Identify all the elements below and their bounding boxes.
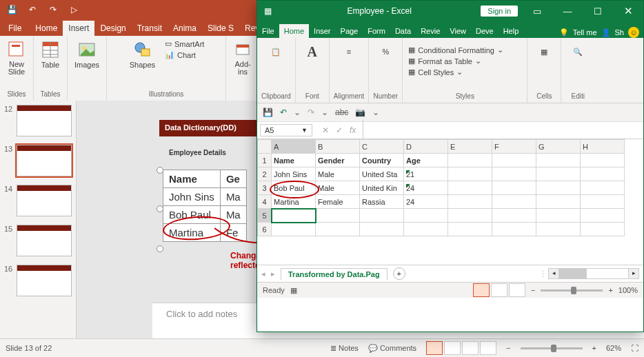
enter-formula-icon[interactable]: ✓	[336, 125, 343, 135]
cell[interactable]: John Sins	[272, 167, 316, 181]
cancel-formula-icon[interactable]: ✕	[322, 125, 329, 135]
slideshow-view-button[interactable]	[480, 341, 496, 355]
smartart-button[interactable]: ▭SmartArt	[163, 39, 205, 49]
cell[interactable]	[404, 223, 448, 236]
column-header[interactable]: C	[360, 140, 404, 154]
qat-customize-icon[interactable]: ⌄	[372, 108, 379, 117]
cell[interactable]	[581, 154, 625, 167]
ribbon-options-button[interactable]: ▭	[522, 1, 552, 21]
row-header[interactable]: 6	[258, 223, 272, 236]
column-header[interactable]: H	[581, 140, 625, 154]
ppt-tab-file[interactable]: File	[0, 21, 30, 36]
ppt-tab-home[interactable]: Home	[30, 21, 63, 36]
clipboard-button[interactable]: 📋	[263, 41, 288, 63]
cell[interactable]: Bob Paul	[272, 181, 316, 195]
excel-tab-revie[interactable]: Revie	[416, 24, 445, 38]
reading-view-button[interactable]	[462, 341, 479, 355]
sheet-tab[interactable]: Transformed by Data.Pag	[281, 268, 388, 280]
fit-button[interactable]: ⛶	[631, 344, 638, 352]
slide-thumbnail-pane[interactable]: 1213141516	[0, 101, 77, 339]
cell[interactable]: Gender	[316, 154, 360, 167]
save-icon[interactable]: 💾	[6, 3, 18, 16]
cell[interactable]	[581, 209, 625, 223]
cell[interactable]	[492, 154, 536, 167]
cell[interactable]: Male	[316, 167, 360, 181]
excel-tab-home[interactable]: Home	[279, 24, 309, 38]
signin-button[interactable]: Sign in	[481, 6, 518, 17]
slide-thumbnail[interactable]	[17, 145, 72, 176]
new-sheet-button[interactable]: +	[393, 267, 405, 280]
slideshow-icon[interactable]: ▷	[68, 3, 80, 16]
slide-thumbnail[interactable]	[17, 225, 72, 256]
share-icon[interactable]: 👤	[601, 28, 611, 37]
zoom-slider[interactable]	[521, 347, 583, 349]
tellme-label[interactable]: Tell me	[573, 28, 597, 37]
excel-tab-form[interactable]: Form	[363, 24, 390, 38]
cell[interactable]	[492, 181, 536, 195]
cell[interactable]	[272, 223, 316, 236]
cell[interactable]	[536, 209, 581, 223]
cell[interactable]: Country	[360, 154, 404, 167]
cell[interactable]: 24	[404, 181, 448, 195]
number-button[interactable]: %	[373, 41, 398, 63]
cell[interactable]	[448, 209, 492, 223]
cell[interactable]	[492, 209, 536, 223]
cell[interactable]	[272, 209, 316, 223]
redo-icon[interactable]: ↷	[47, 3, 59, 16]
share-label[interactable]: Sh	[615, 28, 624, 37]
cell[interactable]: 24	[404, 195, 448, 209]
ppt-tab-anima[interactable]: Anima	[168, 21, 202, 36]
cell[interactable]	[448, 154, 492, 167]
cell[interactable]	[581, 223, 625, 236]
cell[interactable]	[581, 167, 625, 181]
thumbnail-row[interactable]: 12	[0, 103, 76, 143]
cell[interactable]	[404, 209, 448, 223]
zoom-in-button[interactable]: +	[608, 286, 612, 294]
column-header[interactable]: G	[536, 140, 581, 154]
zoom-slider[interactable]	[541, 289, 603, 292]
zoom-in-button[interactable]: +	[592, 344, 596, 352]
cells-button[interactable]: ▦	[532, 41, 556, 63]
row-header[interactable]: 3	[258, 181, 272, 195]
zoom-level[interactable]: 100%	[618, 286, 638, 294]
row-header[interactable]: 5	[258, 209, 272, 223]
undo-dropdown-icon[interactable]: ⌄	[294, 108, 301, 117]
excel-tab-help[interactable]: Help	[499, 24, 524, 38]
alignment-button[interactable]: ≡	[336, 41, 361, 63]
cell[interactable]: United Sta	[360, 167, 404, 181]
scroll-left-icon[interactable]: ◂	[261, 269, 265, 278]
font-button[interactable]: A	[300, 41, 325, 63]
cell[interactable]: United Kin	[360, 181, 404, 195]
excel-tab-file[interactable]: File	[257, 24, 279, 38]
close-button[interactable]: ✕	[613, 1, 643, 21]
shapes-button[interactable]: Shapes	[127, 39, 158, 70]
maximize-button[interactable]: ☐	[583, 1, 613, 21]
cell[interactable]	[360, 223, 404, 236]
horizontal-scrollbar[interactable]: ◂▸	[548, 268, 639, 279]
cell[interactable]	[448, 167, 492, 181]
cell[interactable]: Male	[316, 181, 360, 195]
editing-button[interactable]: 🔍	[565, 41, 590, 63]
excel-tab-page[interactable]: Page	[336, 24, 363, 38]
ppt-tab-design[interactable]: Design	[94, 21, 131, 36]
select-all-cell[interactable]	[258, 140, 272, 154]
thumbnail-row[interactable]: 15	[0, 223, 76, 263]
smiley-icon[interactable]: ☺	[628, 27, 639, 38]
excel-tab-deve[interactable]: Deve	[471, 24, 499, 38]
cell-styles-button[interactable]: ▦Cell Styles ⌄	[407, 67, 505, 77]
chart-button[interactable]: 📊Chart	[163, 50, 205, 60]
chevron-down-icon[interactable]: ▼	[301, 127, 308, 134]
undo-icon[interactable]: ↶	[26, 3, 39, 16]
row-header[interactable]: 4	[258, 195, 272, 209]
name-box[interactable]: A5▼	[260, 124, 312, 136]
normal-view-button[interactable]	[426, 341, 443, 355]
fx-icon[interactable]: fx	[350, 125, 356, 135]
cell[interactable]	[492, 195, 536, 209]
thumbnail-row[interactable]: 13	[0, 143, 76, 183]
undo-icon[interactable]: ↶	[280, 108, 287, 117]
row-header[interactable]: 2	[258, 167, 272, 181]
format-as-table-button[interactable]: ▦Format as Table ⌄	[407, 56, 505, 66]
ppt-tab-slide s[interactable]: Slide S	[202, 21, 239, 36]
cell[interactable]	[536, 181, 581, 195]
column-header[interactable]: E	[448, 140, 492, 154]
